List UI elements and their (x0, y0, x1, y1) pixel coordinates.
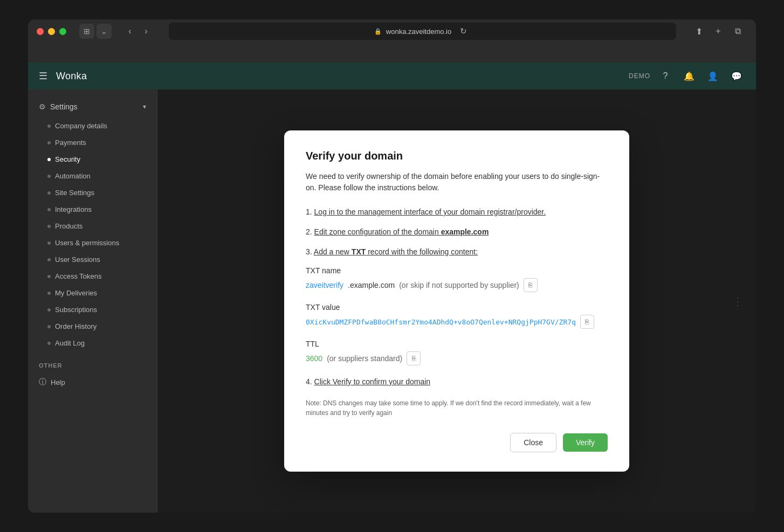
app-logo: Wonka (56, 71, 87, 82)
txt-name-value: zaveitverify .example.com (or skip if no… (306, 278, 608, 292)
txt-value-field: TXT value 0XicKvuDMZFPDfwaB8oCHfsmr2Ymo4… (306, 303, 608, 329)
verify-domain-modal: Verify your domain We need to verify own… (284, 130, 629, 472)
close-window-button[interactable] (37, 28, 44, 35)
sidebar-panel-button[interactable]: ⧉ (730, 24, 745, 39)
sidebar-item-user-sessions[interactable]: User Sessions (28, 251, 157, 268)
bullet-icon (47, 208, 51, 211)
back-button[interactable]: ‹ (122, 24, 137, 39)
forward-button[interactable]: › (139, 24, 154, 39)
sidebar-item-order-history[interactable]: Order History (28, 318, 157, 335)
sidebar-toggle-button[interactable]: ⊞ ⌄ (79, 24, 112, 39)
txt-value-text: 0XicKvuDMZFPDfwaB8oCHfsmr2Ymo4ADhdQ+v8oO… (306, 318, 576, 326)
copy-icon: ⎘ (528, 281, 532, 289)
sidebar: ⚙ Settings ▾ Company details Payments Se… (28, 89, 157, 513)
ttl-value-row: 3600 (or suppliers standard) ⎘ (306, 351, 608, 365)
step-3: 3. Add a new TXT record with the followi… (306, 246, 608, 258)
bullet-icon (47, 191, 51, 195)
page-content: ⋮ Verify your domain We need to verify o… (157, 89, 756, 513)
step-3-link[interactable]: Add a new TXT record with the following … (314, 247, 478, 256)
bullet-icon (47, 258, 51, 261)
modal-title: Verify your domain (306, 150, 608, 162)
account-button[interactable]: 👤 (704, 67, 721, 85)
sidebar-item-my-deliveries[interactable]: My Deliveries (28, 285, 157, 301)
txt-value-row: 0XicKvuDMZFPDfwaB8oCHfsmr2Ymo4ADhdQ+v8oO… (306, 315, 608, 329)
chevron-down-icon[interactable]: ⌄ (97, 24, 112, 39)
sidebar-item-label: User Sessions (55, 255, 100, 264)
bullet-icon (47, 325, 51, 328)
bullet-icon (47, 125, 51, 128)
sidebar-item-company-details[interactable]: Company details (28, 118, 157, 134)
sidebar-item-label: Security (55, 155, 80, 163)
txt-name-hint: (or skip if not supported by supplier) (399, 281, 519, 289)
sidebar-item-security[interactable]: Security (28, 151, 157, 168)
sidebar-item-automation[interactable]: Automation (28, 168, 157, 184)
sidebar-item-users-permissions[interactable]: Users & permissions (28, 234, 157, 251)
close-button[interactable]: Close (510, 433, 556, 452)
ttl-hint: (or suppliers standard) (327, 354, 402, 363)
other-section-label: OTHER (28, 354, 157, 373)
sidebar-item-subscriptions[interactable]: Subscriptions (28, 301, 157, 318)
bullet-icon (47, 141, 51, 144)
header-actions: DEMO ? 🔔 👤 💬 (629, 67, 745, 85)
main-content: ⚙ Settings ▾ Company details Payments Se… (28, 89, 756, 513)
maximize-window-button[interactable] (59, 28, 66, 35)
help-icon-button[interactable]: ? (657, 67, 674, 85)
sidebar-item-label: Access Tokens (55, 272, 101, 280)
help-circle-icon: ⓘ (39, 377, 46, 387)
url-text: wonka.zaveitdemo.io (386, 27, 451, 36)
chevron-down-icon: ▾ (143, 103, 146, 110)
sidebar-item-label: Users & permissions (55, 239, 119, 247)
traffic-lights (37, 28, 66, 35)
step-2-domain: example.com (441, 227, 489, 236)
sidebar-item-audit-log[interactable]: Audit Log (28, 335, 157, 351)
step-2-link[interactable]: Edit zone configuration of the domain ex… (314, 227, 489, 236)
modal-note: Note: DNS changes may take some time to … (306, 398, 608, 418)
new-tab-button[interactable]: + (711, 24, 726, 39)
modal-description: We need to verify ownership of the domai… (306, 171, 608, 194)
modal-overlay: Verify your domain We need to verify own… (157, 89, 756, 513)
address-bar[interactable]: 🔒 wonka.zaveitdemo.io ↻ (169, 23, 676, 40)
verify-button[interactable]: Verify (563, 433, 608, 452)
share-button[interactable]: ⬆ (691, 24, 706, 39)
notifications-button[interactable]: 🔔 (680, 67, 698, 85)
copy-txt-value-button[interactable]: ⎘ (580, 315, 594, 329)
bullet-icon (47, 275, 51, 278)
txt-bold: TXT (352, 247, 366, 256)
sidebar-item-payments[interactable]: Payments (28, 134, 157, 151)
bullet-icon (47, 292, 51, 295)
sidebar-item-integrations[interactable]: Integrations (28, 201, 157, 218)
sidebar-item-label: Site Settings (55, 189, 94, 197)
txt-name-label: TXT name (306, 266, 608, 275)
app-header: ☰ Wonka DEMO ? 🔔 👤 💬 (28, 63, 756, 89)
step-2-number: 2. (306, 227, 314, 236)
sidebar-item-products[interactable]: Products (28, 218, 157, 234)
lock-icon: 🔒 (374, 28, 382, 35)
sidebar-item-label: Payments (55, 139, 86, 147)
txt-value-label: TXT value (306, 303, 608, 312)
ttl-field: TTL 3600 (or suppliers standard) ⎘ (306, 340, 608, 365)
step-4-number: 4. (306, 377, 314, 386)
step-1-link[interactable]: Log in to the management interface of yo… (314, 208, 546, 216)
copy-txt-name-button[interactable]: ⎘ (524, 278, 538, 292)
modal-actions: Close Verify (306, 433, 608, 452)
minimize-window-button[interactable] (48, 28, 55, 35)
sidebar-item-help[interactable]: ⓘ Help (28, 373, 157, 391)
demo-badge: DEMO (629, 72, 650, 80)
sidebar-item-access-tokens[interactable]: Access Tokens (28, 268, 157, 285)
chat-button[interactable]: 💬 (728, 67, 745, 85)
hamburger-button[interactable]: ☰ (39, 70, 47, 82)
reload-button[interactable]: ↻ (456, 24, 471, 39)
copy-ttl-button[interactable]: ⎘ (407, 351, 421, 365)
txt-name-field: TXT name zaveitverify .example.com (or s… (306, 266, 608, 292)
sidebar-item-label: Integrations (55, 205, 92, 213)
step-4-link[interactable]: Click Verify to confirm your domain (314, 377, 431, 386)
sidebar-items-list: Company details Payments Security Automa… (28, 115, 157, 354)
sidebar-item-label: Help (51, 378, 65, 386)
bullet-icon (47, 175, 51, 178)
toolbar-actions: ⬆ + ⧉ (691, 24, 745, 39)
sidebar-item-site-settings[interactable]: Site Settings (28, 184, 157, 201)
settings-section-header[interactable]: ⚙ Settings ▾ (28, 98, 157, 115)
step-1: 1. Log in to the management interface of… (306, 206, 608, 218)
gear-icon: ⚙ (39, 102, 46, 111)
sidebar-icon[interactable]: ⊞ (79, 24, 94, 39)
